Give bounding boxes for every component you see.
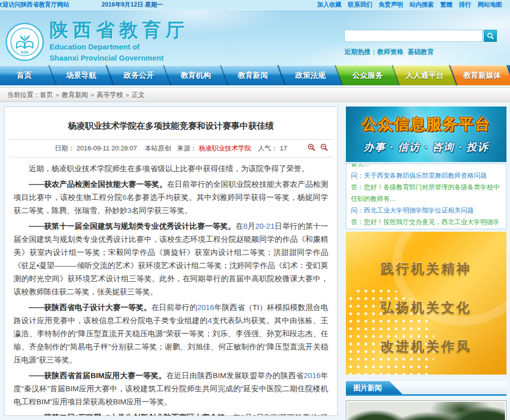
nav-tab-edu-institutions[interactable]: 教育机构 — [163, 65, 228, 85]
topbar-link-add-favorite[interactable]: 加入收藏 — [317, 1, 341, 9]
nav-tab-edu-news[interactable]: 教育新闻 — [220, 65, 285, 85]
qa-truncated-line[interactable]: 首先… — [351, 164, 501, 170]
nav-tab-gov-affairs[interactable]: 政务公开 — [106, 65, 170, 85]
spirit-banner-line: 践行机关精神 — [346, 260, 506, 278]
nav-tab-label: 教育机构 — [168, 65, 224, 85]
article-paragraph: ——获农产品检测全国技能大赛一等奖。在日前举行的全国职业院校技能大赛农产品检测项… — [14, 178, 328, 217]
breadcrumb-separator: » — [125, 91, 129, 98]
hot-search-terms: 教师资格基础教育 — [377, 48, 438, 56]
topbar-link-site-search[interactable]: 站内搜索 — [410, 1, 434, 9]
qa-items: 问：关于西安各舞蹈俱乐部里舞蹈教师资格问题答：您好！各级教育部门对所管理的各级各… — [351, 170, 501, 228]
picture-news-section: 图片新闻 — [346, 381, 506, 420]
svg-text:EDS: EDS — [21, 50, 29, 54]
hot-search: 近期热搜：教师资格基础教育 — [344, 47, 497, 57]
site-header: EDS 陕西省教育厅 Education Department of Shaan… — [0, 10, 510, 65]
nav-tab-public-service[interactable]: 公众服务 — [335, 65, 399, 85]
nav-tab-label: 政务公开 — [111, 65, 167, 85]
topbar-link-traditional[interactable]: 繁體 — [440, 1, 452, 9]
nav-tab-policies[interactable]: 政策法规 — [277, 65, 342, 85]
breadcrumb-items: 首页»教育新闻»高等学校»正文 — [40, 91, 145, 98]
qa-question[interactable]: 问：西北工业大学明德学院学位证相关问题 — [351, 204, 501, 216]
meta-date: 2016-09-11 20:28:07 — [76, 144, 137, 152]
welcome-text: 欢迎访问陕西省教育厅网站 — [0, 1, 69, 9]
site-name-en-1: Education Department of — [49, 42, 189, 51]
font-zoom-controls — [308, 143, 328, 151]
date-text: 2016年9月12日 星期一 — [101, 1, 163, 9]
zoom-in-icon[interactable] — [308, 143, 316, 151]
page-title: 杨凌职业技术学院在多项技能竞赛和设计赛事中获佳绩 — [20, 120, 322, 132]
nav-tab-edu-new-media[interactable]: 教育新媒体 — [449, 65, 510, 85]
site-name: 陕西省教育厅 — [49, 20, 189, 40]
article-paragraph: ——获第十一届全国建筑与规划类专业优秀设计比赛一等奖。在8月20-21日举行的第… — [14, 220, 328, 298]
service-banner-subtitle: 办事 · 信访 · 咨询 · 投诉 — [346, 140, 506, 154]
spirit-banner-line: 改进机关作风 — [346, 338, 506, 355]
service-banner-title: 公众信息服务平台 — [346, 114, 506, 135]
zoom-out-icon[interactable] — [320, 143, 328, 151]
breadcrumb-item[interactable]: 高等学校 — [96, 91, 123, 98]
meta-views: 17 — [280, 144, 287, 152]
article-paragraph: ——获第二届“互联网+”大学生创新创业陕西赛区大赛金奖。在9月3日刚刚落下帷幕的… — [14, 411, 328, 416]
spirit-banner-line: 弘扬机关文化 — [346, 299, 506, 317]
breadcrumb: 当前位置：首页»教育新闻»高等学校»正文 — [0, 87, 510, 102]
qa-answer[interactable]: 答：您好！按照我厅交办意见，西北工业大学明德学 — [351, 216, 501, 228]
nav-tab-scene-nav[interactable]: 场景导航 — [48, 65, 113, 85]
nav-tab-label: 政策法规 — [282, 65, 338, 85]
meta-views-label: 人气： — [258, 144, 278, 152]
article-panel: 杨凌职业技术学院在多项技能竞赛和设计赛事中获佳绩 日期：2016-09-11 2… — [4, 107, 338, 416]
page: 欢迎访问陕西省教育厅网站 2016年9月12日 星期一 加入收藏联系我们免责声明… — [0, 0, 510, 420]
meta-origin: 本站原创 — [145, 144, 171, 152]
meta-date-label: 日期： — [55, 144, 74, 152]
topbar-link-ranking[interactable]: 排行 — [459, 1, 471, 9]
site-title: 陕西省教育厅 Education Department of Shaanxi P… — [49, 20, 189, 63]
main-content: 杨凌职业技术学院在多项技能竞赛和设计赛事中获佳绩 日期：2016-09-11 2… — [0, 107, 510, 420]
search-area: 近期热搜：教师资格基础教育 — [344, 30, 497, 57]
topbar-link-disclaimer[interactable]: 免责声明 — [379, 1, 403, 9]
spirit-banner[interactable]: 践行机关精神弘扬机关文化改进机关作风 — [346, 232, 506, 375]
topbar-links: 加入收藏联系我们免责声明站内搜索繁體排行网站地图 — [317, 1, 502, 9]
site-logo-icon: EDS — [5, 22, 44, 62]
nav-tab-home[interactable]: 首页 — [0, 65, 56, 85]
main-nav: 首页场景导航政务公开教育机构教育新闻政策法规公众服务人人通平台教育新媒体 — [0, 65, 510, 85]
breadcrumb-item[interactable]: 教育新闻 — [62, 91, 88, 98]
hot-search-term[interactable]: 教师资格 — [377, 48, 403, 56]
nav-tab-renrentong[interactable]: 人人通平台 — [392, 65, 456, 85]
breadcrumb-label: 当前位置： — [7, 91, 40, 98]
hot-search-label: 近期热搜： — [344, 48, 377, 56]
article-body: 近期，杨凌职业技术学院师生在多项省级以上比赛中获得佳绩，为该院争得了荣誉。——获… — [5, 158, 337, 416]
tree-photo — [347, 402, 505, 420]
search-button[interactable] — [484, 30, 497, 42]
breadcrumb-separator: » — [56, 91, 59, 98]
topbar-link-contact-us[interactable]: 联系我们 — [348, 1, 372, 9]
topbar: 欢迎访问陕西省教育厅网站 2016年9月12日 星期一 加入收藏联系我们免责声明… — [0, 0, 510, 10]
search-icon — [487, 32, 494, 40]
nav-tab-label: 教育新闻 — [225, 65, 281, 85]
topbar-link-sitemap[interactable]: 网站地图 — [478, 1, 502, 9]
article-paragraph: ——获陕西省首届BIM应用大赛一等奖。在近日由陕西BIM发展联盟举办的陕西省20… — [14, 369, 328, 408]
article-paragraph: ——获陕西省电子设计大赛一等奖。在日前举行的2016年陕西省（TI）杯模拟模数混… — [14, 301, 328, 366]
meta-source-label: 来源： — [177, 144, 196, 152]
meta-source[interactable]: 杨凌职业技术学院 — [198, 144, 251, 152]
hot-search-term[interactable]: 基础教育 — [407, 48, 434, 56]
qa-box: 首先… 问：关于西安各舞蹈俱乐部里舞蹈教师资格问题答：您好！各级教育部门对所管理… — [346, 164, 506, 229]
nav-tab-label: 场景导航 — [53, 65, 109, 85]
nav-tab-label: 公众服务 — [339, 65, 395, 85]
nav-tab-label: 人人通平台 — [396, 65, 452, 85]
qa-question[interactable]: 问：关于西安各舞蹈俱乐部里舞蹈教师资格问题 — [351, 170, 501, 181]
sidebar: 公众信息服务平台 办事 · 信访 · 咨询 · 投诉 首先… 问：关于西安各舞蹈… — [346, 107, 506, 420]
breadcrumb-item: 正文 — [132, 91, 145, 98]
article-paragraph: 近期，杨凌职业技术学院师生在多项省级以上比赛中获得佳绩，为该院争得了荣誉。 — [14, 162, 328, 175]
site-name-en-2: Shaanxi Provincial Government — [49, 53, 189, 63]
breadcrumb-separator: » — [90, 91, 94, 98]
article-meta: 日期：2016-09-11 20:28:07 本站原创 来源：杨凌职业技术学院 … — [5, 140, 337, 157]
picture-news-header: 图片新闻 — [346, 381, 506, 396]
qa-answer[interactable]: 答：您好！各级教育部门对所管理的各级各类学校中任职的教师有… — [351, 181, 501, 204]
picture-news-photo[interactable] — [346, 400, 506, 420]
picture-news-title: 图片新闻 — [346, 381, 402, 394]
public-service-banner[interactable]: 公众信息服务平台 办事 · 信访 · 咨询 · 投诉 — [346, 107, 506, 162]
breadcrumb-item[interactable]: 首页 — [40, 91, 53, 98]
nav-tab-label: 首页 — [0, 65, 52, 85]
search-input[interactable] — [344, 30, 483, 42]
nav-tab-label: 教育新媒体 — [454, 65, 510, 85]
